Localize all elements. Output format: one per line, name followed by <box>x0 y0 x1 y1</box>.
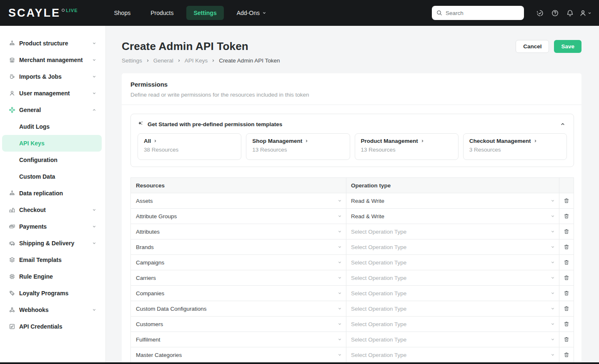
checkout-icon <box>8 207 15 213</box>
operation-type-select[interactable]: Read & Write <box>346 193 559 208</box>
resource-value: Customers <box>136 321 338 327</box>
delete-row-button[interactable] <box>562 258 571 267</box>
breadcrumb-create-admin-api-token: Create Admin API Token <box>219 57 280 64</box>
operation-type-select[interactable]: Select Operation Type <box>346 286 559 301</box>
help-icon[interactable] <box>549 7 561 19</box>
chevron-down-icon <box>551 322 555 326</box>
save-button[interactable]: Save <box>554 40 581 53</box>
sidebar-item-product-structure[interactable]: Product structure <box>0 35 105 52</box>
resource-select[interactable]: Campaigns <box>131 255 346 270</box>
operation-type-select[interactable]: Select Operation Type <box>346 317 559 332</box>
operation-type-value: Select Operation Type <box>351 229 551 235</box>
sidebar-item-api-credentials[interactable]: API Credentials <box>0 318 105 335</box>
template-card-all[interactable]: All38 Resources <box>138 133 241 160</box>
sidebar-item-rule-engine[interactable]: Rule Engine <box>0 268 105 285</box>
sidebar-item-data-replication[interactable]: Data replication <box>0 185 105 202</box>
notifications-bell-icon[interactable] <box>564 7 576 19</box>
sidebar-item-payments[interactable]: Payments <box>0 218 105 235</box>
sidebar-item-label: API Keys <box>19 140 93 147</box>
resource-value: Brands <box>136 244 338 250</box>
search-input[interactable] <box>446 10 520 16</box>
resource-select[interactable]: Companies <box>131 286 346 301</box>
sidebar-item-checkout[interactable]: Checkout <box>0 202 105 218</box>
resource-select[interactable]: Fulfilment <box>131 332 346 347</box>
sidebar-item-shipping-delivery[interactable]: Shipping & Delivery <box>0 235 105 252</box>
sidebar-item-loyalty-programs[interactable]: Loyalty Programs <box>0 285 105 302</box>
table-row-carriers: CarriersSelect Operation Type <box>131 270 574 286</box>
operation-type-select[interactable]: Select Operation Type <box>346 239 559 254</box>
resource-value: Custom Data Configurations <box>136 306 338 312</box>
resource-select[interactable]: Customers <box>131 317 346 332</box>
operation-type-select[interactable]: Select Operation Type <box>346 347 559 362</box>
sidebar-item-label: Merchant management <box>19 57 92 63</box>
template-card-product-management[interactable]: Product Management13 Resources <box>355 133 459 160</box>
trash-icon <box>563 305 570 312</box>
operation-type-select[interactable]: Select Operation Type <box>346 332 559 347</box>
template-card-title: Shop Management <box>252 138 302 144</box>
delete-row-button[interactable] <box>562 304 571 313</box>
delete-row-button[interactable] <box>562 351 571 359</box>
sidebar-item-user-management[interactable]: User management <box>0 85 105 102</box>
breadcrumb-settings[interactable]: Settings <box>122 57 142 64</box>
resource-select[interactable]: Brands <box>131 239 346 254</box>
sidebar-item-imports-jobs[interactable]: Imports & Jobs <box>0 68 105 85</box>
chevron-down-icon <box>92 41 96 45</box>
sidebar-item-general[interactable]: General <box>0 102 105 118</box>
user-menu[interactable] <box>579 9 591 17</box>
permissions-table: Resources Operation type AssetsRead & Wr… <box>130 177 574 363</box>
delete-row-button[interactable] <box>562 243 571 251</box>
template-card-checkout-management[interactable]: Checkout Management3 Resources <box>463 133 567 160</box>
permissions-card: Permissions Define read or write permiss… <box>122 73 581 364</box>
resource-select[interactable]: Assets <box>131 193 346 208</box>
delete-row-button[interactable] <box>562 212 571 220</box>
resource-select[interactable]: Carriers <box>131 270 346 285</box>
resource-value: Fulfilment <box>136 337 338 343</box>
nav-item-settings[interactable]: Settings <box>186 6 223 20</box>
collapse-chevron-up-icon[interactable] <box>559 120 567 128</box>
sidebar-item-email-templats[interactable]: Email Templats <box>0 252 105 268</box>
delete-row-button[interactable] <box>562 289 571 297</box>
operation-type-select[interactable]: Select Operation Type <box>346 255 559 270</box>
activity-history-icon[interactable] <box>534 7 546 19</box>
chevron-down-icon <box>92 208 96 212</box>
breadcrumb-general[interactable]: General <box>153 57 173 64</box>
resource-select[interactable]: Attributes <box>131 224 346 239</box>
delete-row-button[interactable] <box>562 274 571 282</box>
sidebar-item-label: Data replication <box>19 190 96 197</box>
scayle-logo[interactable]: SCAYLE LIVE <box>8 7 78 19</box>
template-card-shop-management[interactable]: Shop Management13 Resources <box>246 133 350 160</box>
delete-row-button[interactable] <box>562 320 571 328</box>
delete-row-button[interactable] <box>562 227 571 236</box>
nav-item-label: Settings <box>193 10 216 16</box>
operation-type-select[interactable]: Read & Write <box>346 209 559 224</box>
nav-item-shops[interactable]: Shops <box>107 6 138 20</box>
templates-title: Get Started with pre-defined permission … <box>148 121 559 127</box>
resource-value: Assets <box>136 198 338 204</box>
operation-type-select[interactable]: Select Operation Type <box>346 224 559 239</box>
chevron-down-icon <box>92 224 96 229</box>
delete-row-button[interactable] <box>562 335 571 344</box>
nav-item-products[interactable]: Products <box>143 6 180 20</box>
shipping-icon <box>8 240 15 247</box>
delete-row-button[interactable] <box>562 197 571 205</box>
chevron-down-icon <box>551 214 555 218</box>
cancel-button[interactable]: Cancel <box>516 40 549 53</box>
resource-select[interactable]: Master Categories <box>131 347 346 362</box>
sidebar-item-label: Configuration <box>19 157 96 163</box>
sidebar-item-configuration[interactable]: Configuration <box>0 152 105 168</box>
sidebar-item-merchant-management[interactable]: Merchant management <box>0 52 105 68</box>
operation-type-select[interactable]: Select Operation Type <box>346 301 559 316</box>
table-row-attribute-groups: Attribute GroupsRead & Write <box>131 209 574 224</box>
sidebar-item-audit-logs[interactable]: Audit Logs <box>0 118 105 135</box>
operation-type-value: Select Operation Type <box>351 306 551 312</box>
resource-select[interactable]: Custom Data Configurations <box>131 301 346 316</box>
breadcrumb-api-keys[interactable]: API Keys <box>185 57 208 64</box>
chevron-down-icon <box>551 199 555 203</box>
sidebar-item-webhooks[interactable]: Webhooks <box>0 302 105 318</box>
global-search[interactable] <box>432 6 524 20</box>
operation-type-select[interactable]: Select Operation Type <box>346 270 559 285</box>
sidebar-item-api-keys[interactable]: API Keys <box>2 135 102 152</box>
sidebar-item-custom-data[interactable]: Custom Data <box>0 168 105 185</box>
nav-item-add-ons[interactable]: Add-Ons <box>230 6 273 20</box>
resource-select[interactable]: Attribute Groups <box>131 209 346 224</box>
